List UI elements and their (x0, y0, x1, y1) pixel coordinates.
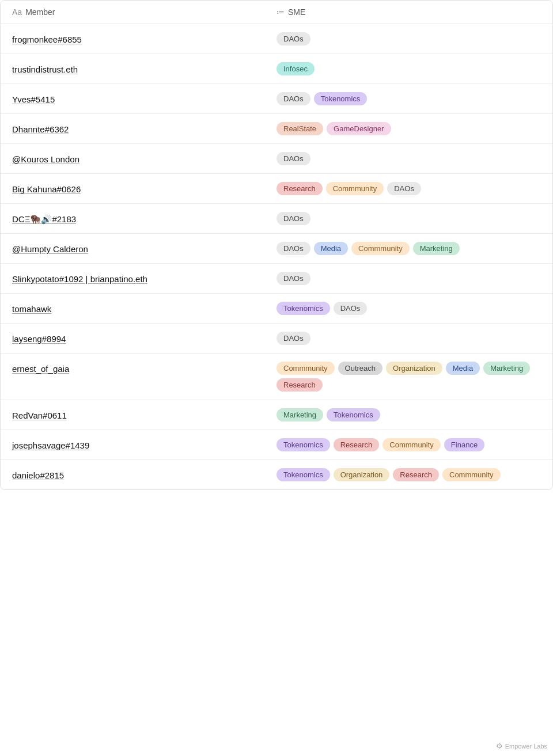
member-name: @Humpty Calderon (12, 242, 276, 254)
table-row: josephsavage#1439TokenomicsResearchCommm… (1, 430, 552, 460)
tag-daos: DAOs (276, 92, 310, 105)
tag-research: Research (334, 438, 380, 451)
member-column-header: Aa Member (12, 7, 276, 17)
tag-daos: DAOs (276, 242, 310, 255)
member-name: tomahawk (12, 302, 276, 314)
table-row: DCΞ🦬🔊#2183DAOs (1, 204, 552, 234)
table-row: RedVan#0611MarketingTokenomics (1, 400, 552, 430)
tag-outreach: Outreach (338, 362, 382, 375)
tag-media: Media (314, 242, 348, 255)
tag-gamedesigner: GameDesigner (327, 122, 391, 135)
member-name: josephsavage#1439 (12, 438, 276, 450)
member-name: layseng#8994 (12, 332, 276, 344)
tag-daos: DAOs (387, 182, 421, 195)
main-table: Aa Member ≔ SME frogmonkee#6855DAOstrust… (0, 0, 553, 490)
tag-infosec: Infosec (276, 62, 315, 75)
tag-marketing: Marketing (483, 362, 530, 375)
table-row: tomahawkTokenomicsDAOs (1, 294, 552, 324)
member-name: Slinkypotato#1092 | brianpatino.eth (12, 272, 276, 284)
table-row: @Humpty CalderonDAOsMediaCommmunityMarke… (1, 234, 552, 264)
sme-tags: ResearchCommmunityDAOs (276, 182, 541, 195)
table-row: Slinkypotato#1092 | brianpatino.ethDAOs (1, 264, 552, 294)
tag-daos: DAOs (276, 152, 310, 165)
tag-commmunity: Commmunity (276, 362, 335, 375)
sme-tags: DAOsTokenomics (276, 92, 541, 105)
tag-tokenomics: Tokenomics (276, 438, 330, 451)
sme-tags: TokenomicsDAOs (276, 302, 541, 315)
table-row: ernest_of_gaiaCommmunityOutreachOrganiza… (1, 354, 552, 400)
member-icon: Aa (12, 7, 22, 17)
tag-commmunity: Commmunity (351, 242, 410, 255)
sme-tags: DAOsMediaCommmunityMarketing (276, 242, 541, 255)
member-name: Yves#5415 (12, 92, 276, 104)
sme-tags: DAOs (276, 32, 541, 45)
tag-daos: DAOs (276, 32, 310, 45)
tag-marketing: Marketing (276, 408, 323, 421)
table-row: danielo#2815TokenomicsOrganizationResear… (1, 460, 552, 489)
sme-tags: TokenomicsOrganizationResearchCommmunity (276, 468, 541, 481)
sme-tags: TokenomicsResearchCommmunityFinance (276, 438, 541, 451)
sme-icon: ≔ (276, 7, 285, 17)
member-name: RedVan#0611 (12, 408, 276, 420)
tag-tokenomics: Tokenomics (314, 92, 368, 105)
tag-daos: DAOs (334, 302, 368, 315)
tag-research: Research (393, 468, 439, 481)
sme-tags: DAOs (276, 152, 541, 165)
tag-commmunity: Commmunity (326, 182, 384, 195)
table-row: layseng#8994DAOs (1, 324, 552, 354)
sme-tags: DAOs (276, 332, 541, 345)
member-name: Big Kahuna#0626 (12, 182, 276, 194)
member-name: frogmonkee#6855 (12, 32, 276, 44)
sme-tags: DAOs (276, 272, 541, 285)
member-label: Member (25, 7, 55, 17)
tag-organization: Organization (334, 468, 390, 481)
tag-marketing: Marketing (413, 242, 460, 255)
sme-tags: MarketingTokenomics (276, 408, 541, 421)
table-row: @Kouros LondonDAOs (1, 144, 552, 174)
sme-column-header: ≔ SME (276, 7, 541, 17)
tag-commmunity: Commmunity (442, 468, 501, 481)
tag-daos: DAOs (276, 212, 310, 225)
member-name: @Kouros London (12, 152, 276, 164)
table-row: Big Kahuna#0626ResearchCommmunityDAOs (1, 174, 552, 204)
table-row: trustindistrust.ethInfosec (1, 54, 552, 84)
tag-tokenomics: Tokenomics (327, 408, 380, 421)
tag-commmunity: Commmunity (382, 438, 441, 451)
tag-media: Media (446, 362, 480, 375)
member-name: DCΞ🦬🔊#2183 (12, 212, 276, 225)
tag-research: Research (276, 378, 323, 392)
sme-tags: DAOs (276, 212, 541, 225)
tag-organization: Organization (386, 362, 442, 375)
sme-label: SME (288, 7, 305, 17)
tag-daos: DAOs (276, 272, 310, 285)
member-name: trustindistrust.eth (12, 62, 276, 74)
member-name: danielo#2815 (12, 468, 276, 480)
tag-realstate: RealState (276, 122, 323, 135)
table-header: Aa Member ≔ SME (1, 1, 552, 24)
member-name: Dhannte#6362 (12, 122, 276, 134)
table-row: frogmonkee#6855DAOs (1, 24, 552, 54)
tag-tokenomics: Tokenomics (276, 468, 330, 481)
table-row: Yves#5415DAOsTokenomics (1, 84, 552, 114)
table-row: Dhannte#6362RealStateGameDesigner (1, 114, 552, 144)
tag-daos: DAOs (276, 332, 310, 345)
sme-tags: RealStateGameDesigner (276, 122, 541, 135)
sme-tags: Infosec (276, 62, 541, 75)
tag-tokenomics: Tokenomics (276, 302, 330, 315)
sme-tags: CommmunityOutreachOrganizationMediaMarke… (276, 362, 541, 392)
table-body: frogmonkee#6855DAOstrustindistrust.ethIn… (1, 24, 552, 489)
member-name: ernest_of_gaia (12, 362, 276, 374)
tag-research: Research (276, 182, 323, 195)
tag-finance: Finance (444, 438, 484, 451)
